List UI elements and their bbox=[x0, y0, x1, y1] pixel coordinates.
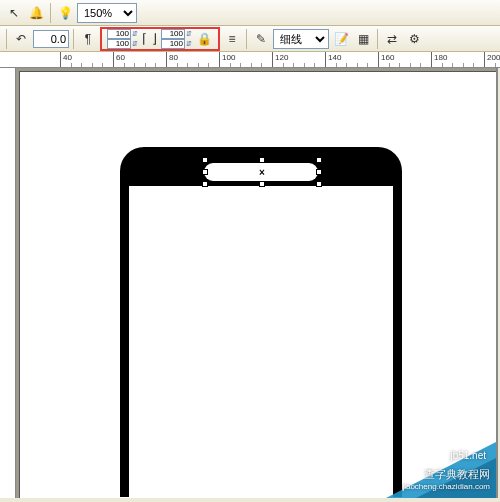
swap-icon[interactable]: ⇄ bbox=[382, 29, 402, 49]
scale-h2-input[interactable] bbox=[107, 39, 131, 49]
handle-bottom-right[interactable] bbox=[316, 181, 322, 187]
separator bbox=[73, 29, 74, 49]
ruler-tick-label: 160 bbox=[381, 53, 394, 62]
spinner-icon[interactable]: ⇵ bbox=[131, 39, 139, 49]
undo-icon[interactable]: ↶ bbox=[11, 29, 31, 49]
bulb-icon[interactable]: 💡 bbox=[55, 3, 75, 23]
pen-icon[interactable]: ✎ bbox=[251, 29, 271, 49]
ruler-tick: 100 bbox=[219, 52, 220, 68]
toolbar-top: ↖ 🔔 💡 150% bbox=[0, 0, 500, 26]
handle-mid-left[interactable] bbox=[202, 169, 208, 175]
ruler-tick: 120 bbox=[272, 52, 273, 68]
handle-bottom-left[interactable] bbox=[202, 181, 208, 187]
phone-frame bbox=[120, 147, 402, 497]
ruler-tick: 180 bbox=[431, 52, 432, 68]
phone-shape[interactable] bbox=[120, 147, 402, 497]
scale-controls-highlight: ⇵ ⇵ ⌈ ⌋ ⇵ ⇵ 🔒 bbox=[100, 27, 220, 51]
ruler-tick: 160 bbox=[378, 52, 379, 68]
spinner-icon[interactable]: ⇵ bbox=[185, 39, 193, 49]
ruler-tick: 200 bbox=[484, 52, 485, 68]
ruler-tick-label: 80 bbox=[169, 53, 178, 62]
separator bbox=[377, 29, 378, 49]
ruler-tick-label: 200 bbox=[487, 53, 500, 62]
handle-mid-right[interactable] bbox=[316, 169, 322, 175]
scale-v2-input[interactable] bbox=[161, 39, 185, 49]
ruler-tick: 140 bbox=[325, 52, 326, 68]
ruler-tick-label: 40 bbox=[63, 53, 72, 62]
scale-h1-input[interactable] bbox=[107, 29, 131, 39]
ruler-tick: 60 bbox=[113, 52, 114, 68]
ruler-vertical[interactable] bbox=[0, 68, 16, 498]
handle-top-right[interactable] bbox=[316, 157, 322, 163]
separator bbox=[6, 29, 7, 49]
lock-aspect-icon[interactable]: 🔒 bbox=[194, 29, 214, 49]
ruler-tick-label: 60 bbox=[116, 53, 125, 62]
page[interactable]: × bbox=[19, 71, 496, 498]
ruler-tick: 40 bbox=[60, 52, 61, 68]
handle-top-left[interactable] bbox=[202, 157, 208, 163]
paragraph-icon[interactable]: ¶ bbox=[78, 29, 98, 49]
workspace: × jb51.net 查字典教程网 jiaocheng.chazidian.co… bbox=[0, 68, 498, 498]
canvas-area[interactable]: × bbox=[16, 68, 496, 498]
ruler-tick-label: 100 bbox=[222, 53, 235, 62]
edit-icon[interactable]: 📝 bbox=[331, 29, 351, 49]
ruler-tick-label: 180 bbox=[434, 53, 447, 62]
scale-v-group: ⇵ ⇵ bbox=[161, 29, 193, 49]
ruler-tick-label: 120 bbox=[275, 53, 288, 62]
selection-center-icon[interactable]: × bbox=[257, 167, 267, 177]
handle-bottom-center[interactable] bbox=[259, 181, 265, 187]
zoom-select[interactable]: 150% bbox=[77, 3, 137, 23]
spinner-icon[interactable]: ⇵ bbox=[131, 29, 139, 39]
pointer-tool-icon[interactable]: ↖ bbox=[4, 3, 24, 23]
rotation-input[interactable] bbox=[33, 30, 69, 48]
grid-icon[interactable]: ▦ bbox=[353, 29, 373, 49]
outline-width-select[interactable]: 细线 bbox=[273, 29, 329, 49]
scale-v1-input[interactable] bbox=[161, 29, 185, 39]
gear-icon[interactable]: ⚙ bbox=[404, 29, 424, 49]
ruler-tick-label: 140 bbox=[328, 53, 341, 62]
ruler-horizontal[interactable]: 406080100120140160180200 bbox=[0, 52, 500, 68]
watermark-flag-inner bbox=[416, 458, 496, 498]
align-icon[interactable]: ≡ bbox=[222, 29, 242, 49]
scale-h-group: ⇵ ⇵ bbox=[107, 29, 139, 49]
ruler-tick: 80 bbox=[166, 52, 167, 68]
spinner-icon[interactable]: ⇵ bbox=[185, 29, 193, 39]
separator bbox=[50, 3, 51, 23]
bell-icon[interactable]: 🔔 bbox=[26, 3, 46, 23]
bracket-left-icon: ⌈ bbox=[140, 31, 149, 46]
selection-bounding-box[interactable]: × bbox=[205, 160, 319, 184]
bracket-right-icon: ⌋ bbox=[150, 31, 159, 46]
toolbar-options: ↶ ¶ ⇵ ⇵ ⌈ ⌋ ⇵ ⇵ 🔒 ≡ ✎ 细线 📝 ▦ ⇄ ⚙ bbox=[0, 26, 500, 52]
separator bbox=[246, 29, 247, 49]
handle-top-center[interactable] bbox=[259, 157, 265, 163]
